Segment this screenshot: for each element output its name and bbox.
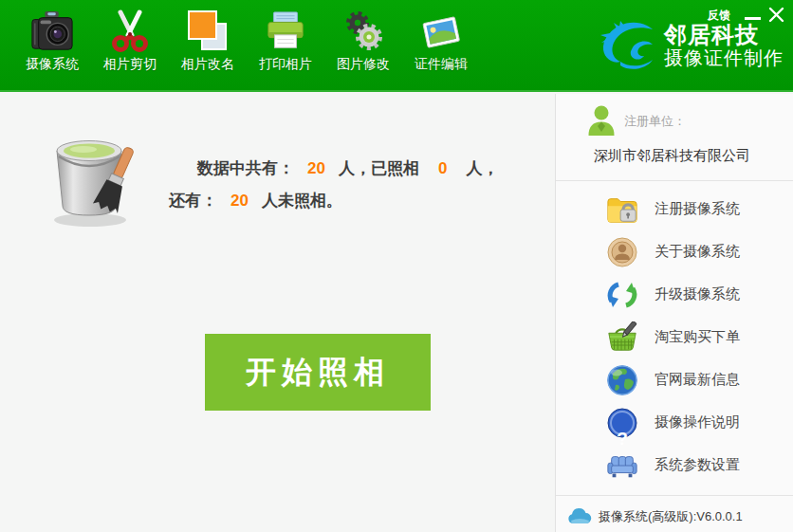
sidebar-item-register-system[interactable]: 注册摄像系统 bbox=[556, 189, 793, 231]
sidebar-item-label: 系统参数设置 bbox=[655, 456, 740, 474]
toolbar-item-image-modify[interactable]: 图片修改 bbox=[324, 6, 402, 89]
dragon-logo-icon bbox=[598, 17, 658, 74]
sidebar-item-system-settings[interactable]: 系统参数设置 bbox=[556, 445, 793, 487]
toolbar-item-label: 相片剪切 bbox=[103, 56, 157, 73]
refresh-arrows-icon bbox=[606, 279, 638, 311]
app-window: 摄像系统 相片剪切 bbox=[0, 0, 793, 532]
registered-unit-label: 注册单位： bbox=[624, 113, 686, 130]
sidebar-item-label: 官网最新信息 bbox=[655, 371, 740, 389]
start-photograph-button[interactable]: 开始照相 bbox=[205, 334, 431, 411]
sidebar-item-label: 淘宝购买下单 bbox=[655, 328, 740, 346]
stats-seg2: 人，已照相 bbox=[339, 159, 419, 177]
user-icon bbox=[587, 105, 616, 136]
sidebar-item-label: 注册摄像系统 bbox=[655, 200, 740, 218]
sidebar-menu: 注册摄像系统 关于摄像系统 bbox=[556, 189, 793, 487]
folder-lock-icon bbox=[606, 193, 638, 226]
sidebar-item-official-news[interactable]: 官网最新信息 bbox=[556, 359, 793, 402]
toolbar-item-print-photo[interactable]: 打印相片 bbox=[247, 6, 324, 89]
sidebar-item-upgrade-system[interactable]: 升级摄像系统 bbox=[556, 274, 793, 317]
globe-icon bbox=[606, 364, 638, 396]
toolbar-item-label: 摄像系统 bbox=[26, 56, 79, 73]
paint-bucket-icon bbox=[46, 128, 144, 229]
header-toolbar: 摄像系统 相片剪切 bbox=[0, 0, 793, 92]
toolbar-item-camera-system[interactable]: 摄像系统 bbox=[13, 6, 91, 89]
main-panel: 数据中共有：20人，已照相0人， 还有：20人未照相。 开始照相 bbox=[0, 94, 555, 532]
camera-icon bbox=[30, 9, 74, 53]
photo-icon bbox=[419, 9, 463, 53]
version-row: 摄像系统(高级版):V6.0.0.1 bbox=[556, 502, 793, 532]
toolbar-item-label: 图片修改 bbox=[337, 56, 390, 73]
toolbar-item-photo-rename[interactable]: 相片改名 bbox=[169, 6, 247, 89]
settings-sofa-icon bbox=[606, 449, 638, 482]
stats-total-count: 20 bbox=[307, 159, 325, 177]
gears-icon bbox=[341, 9, 385, 53]
sidebar-item-about-system[interactable]: 关于摄像系统 bbox=[556, 231, 793, 274]
help-icon: ? bbox=[606, 407, 638, 439]
sidebar-divider bbox=[556, 180, 793, 181]
printer-icon bbox=[264, 9, 307, 53]
stats-message: 数据中共有：20人，已照相0人， 还有：20人未照相。 bbox=[169, 153, 544, 217]
about-person-icon bbox=[606, 236, 638, 268]
stats-remaining-count: 20 bbox=[231, 192, 249, 210]
sidebar: 注册单位： 深圳市邻居科技有限公司 注册摄像系统 bbox=[555, 94, 793, 532]
brand-subtitle: 摄像证件制作 bbox=[664, 47, 784, 69]
stats-seg4: 还有： bbox=[169, 192, 217, 210]
toolbar-item-label: 证件编辑 bbox=[415, 56, 468, 73]
toolbar-item-certificate-edit[interactable]: 证件编辑 bbox=[402, 6, 480, 89]
stats-seg3: 人， bbox=[466, 159, 498, 177]
scissors-icon bbox=[108, 9, 152, 53]
toolbar-item-label: 打印相片 bbox=[259, 56, 312, 73]
toolbar-item-label: 相片改名 bbox=[181, 56, 234, 73]
brand: 邻居科技 摄像证件制作 bbox=[598, 17, 784, 74]
toolbar-item-photo-cut[interactable]: 相片剪切 bbox=[91, 6, 169, 89]
brand-title: 邻居科技 bbox=[664, 22, 784, 48]
stats-photographed-count: 0 bbox=[438, 159, 447, 177]
sidebar-item-operation-help[interactable]: ? 摄像操作说明 bbox=[556, 402, 793, 445]
sidebar-item-label: 升级摄像系统 bbox=[655, 285, 740, 303]
registered-unit-row: 注册单位： bbox=[556, 103, 793, 141]
cloud-icon bbox=[567, 506, 592, 525]
toolbar: 摄像系统 相片剪切 bbox=[13, 6, 480, 89]
rename-squares-icon bbox=[186, 9, 230, 53]
sidebar-item-label: 关于摄像系统 bbox=[655, 243, 740, 261]
version-text: 摄像系统(高级版):V6.0.0.1 bbox=[599, 508, 743, 525]
shopping-basket-icon bbox=[606, 321, 638, 354]
sidebar-divider bbox=[556, 495, 793, 496]
company-name: 深圳市邻居科技有限公司 bbox=[594, 147, 750, 165]
stats-seg5: 人未照相。 bbox=[262, 192, 342, 210]
sidebar-item-label: 摄像操作说明 bbox=[655, 413, 740, 431]
stats-seg1: 数据中共有： bbox=[197, 159, 294, 177]
sidebar-item-taobao-purchase[interactable]: 淘宝购买下单 bbox=[556, 317, 793, 359]
